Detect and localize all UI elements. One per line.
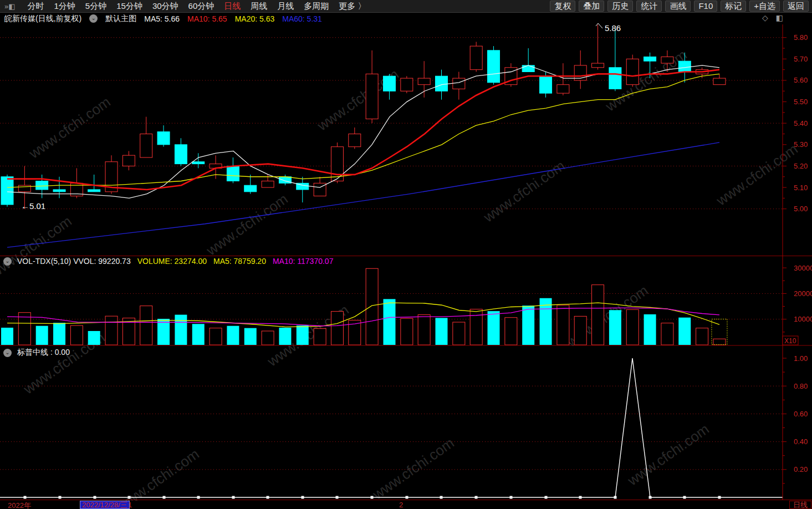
volume-bar[interactable] bbox=[488, 311, 500, 345]
candle-body[interactable] bbox=[540, 76, 552, 93]
indicator-marker bbox=[406, 496, 408, 499]
candle-body[interactable] bbox=[609, 68, 621, 89]
volume-header-value: MA10: 117370.07 bbox=[273, 257, 334, 266]
volume-bar[interactable] bbox=[401, 318, 413, 345]
volume-bar[interactable] bbox=[626, 309, 639, 345]
candle-body[interactable] bbox=[1, 177, 13, 205]
candle-body[interactable] bbox=[713, 78, 726, 85]
chevron-down-icon[interactable]: ⌄ bbox=[3, 257, 12, 266]
volume-bar[interactable] bbox=[678, 318, 691, 345]
volume-bar[interactable] bbox=[383, 299, 395, 345]
volume-bar[interactable] bbox=[36, 326, 48, 345]
candle-body[interactable] bbox=[557, 85, 569, 93]
volume-bar[interactable] bbox=[88, 331, 100, 345]
candle-body[interactable] bbox=[470, 46, 482, 69]
indicator-marker bbox=[371, 496, 374, 499]
candle-body[interactable] bbox=[592, 63, 604, 68]
candle-body[interactable] bbox=[262, 181, 274, 187]
candle-body[interactable] bbox=[175, 145, 187, 164]
candle-body[interactable] bbox=[488, 50, 500, 83]
candle-body[interactable] bbox=[644, 57, 656, 61]
candle-body[interactable] bbox=[383, 76, 395, 91]
volume-bar[interactable] bbox=[574, 316, 586, 345]
indicator-marker bbox=[718, 496, 721, 499]
volume-bar[interactable] bbox=[418, 315, 430, 345]
volume-bar[interactable] bbox=[279, 328, 291, 345]
volume-bar[interactable] bbox=[244, 328, 257, 345]
candle-body[interactable] bbox=[122, 155, 135, 166]
volume-bar[interactable] bbox=[210, 328, 222, 345]
candle-body[interactable] bbox=[418, 78, 430, 85]
candle-body[interactable] bbox=[436, 76, 448, 91]
indicator-marker bbox=[163, 496, 166, 499]
volume-bar[interactable] bbox=[696, 328, 708, 345]
volume-bar[interactable] bbox=[644, 314, 656, 345]
indicator-marker bbox=[614, 496, 617, 499]
indicator-marker bbox=[267, 496, 269, 499]
candle-body[interactable] bbox=[157, 132, 170, 145]
volume-bar[interactable] bbox=[175, 315, 187, 345]
volume-axis-label: 20000 bbox=[794, 289, 812, 298]
price-annotation: 5.86 bbox=[605, 23, 621, 33]
volume-bar[interactable] bbox=[314, 329, 326, 345]
indicator-marker bbox=[510, 496, 513, 499]
volume-bar[interactable] bbox=[557, 305, 569, 345]
indicator-pane-header: ⌄ 标普中线 : 0.00 bbox=[3, 348, 70, 358]
volume-bar[interactable] bbox=[105, 316, 118, 345]
volume-axis-label: 30000 bbox=[794, 264, 812, 272]
indicator-axis-label: 0.40 bbox=[794, 437, 808, 446]
price-axis-label: 5.30 bbox=[794, 140, 808, 149]
volume-bar[interactable] bbox=[470, 309, 482, 345]
indicator-marker bbox=[128, 496, 131, 499]
candle-body[interactable] bbox=[227, 166, 239, 181]
indicator-axis-label: 1.00 bbox=[794, 354, 808, 363]
candle-body[interactable] bbox=[661, 57, 673, 63]
candle-body[interactable] bbox=[349, 134, 361, 147]
indicator-axis-label: 0.20 bbox=[794, 465, 808, 474]
price-annotation: ←5.01 bbox=[21, 201, 45, 211]
indicator-marker bbox=[24, 496, 27, 499]
indicator-axis-label: 0.80 bbox=[794, 382, 808, 390]
candle-body[interactable] bbox=[453, 78, 465, 89]
indicator-axis-label: 0.60 bbox=[794, 410, 808, 418]
volume-bar[interactable] bbox=[366, 268, 378, 345]
volume-bar[interactable] bbox=[192, 324, 205, 345]
indicator-marker bbox=[440, 496, 443, 499]
candle-body[interactable] bbox=[522, 65, 534, 72]
candle-body[interactable] bbox=[401, 78, 413, 91]
candle-body[interactable] bbox=[678, 61, 691, 72]
volume-bar[interactable] bbox=[140, 306, 152, 345]
candle-body[interactable] bbox=[36, 181, 48, 189]
volume-bar[interactable] bbox=[436, 318, 448, 345]
volume-bar[interactable] bbox=[522, 306, 534, 345]
volume-bar[interactable] bbox=[262, 331, 274, 345]
volume-header-value: VOLUME: 23274.00 bbox=[137, 257, 207, 266]
candle-body[interactable] bbox=[244, 185, 257, 192]
candle-body[interactable] bbox=[53, 190, 65, 192]
candle-body[interactable] bbox=[366, 74, 378, 119]
volume-bar[interactable] bbox=[713, 339, 726, 345]
volume-bar[interactable] bbox=[592, 285, 604, 345]
volume-bar[interactable] bbox=[53, 323, 65, 345]
period-label[interactable]: 日线 bbox=[789, 501, 811, 509]
volume-bar[interactable] bbox=[331, 312, 343, 345]
indicator-marker bbox=[579, 496, 582, 499]
volume-bar[interactable] bbox=[661, 323, 673, 345]
volume-bar[interactable] bbox=[609, 310, 621, 345]
candle-body[interactable] bbox=[140, 134, 152, 157]
chart-canvas[interactable]: 5.86←5.015.805.705.605.505.405.305.205.1… bbox=[0, 0, 812, 509]
candle-body[interactable] bbox=[88, 190, 100, 192]
price-axis-label: 5.60 bbox=[794, 76, 808, 84]
volume-bar[interactable] bbox=[70, 325, 83, 345]
candle-body[interactable] bbox=[192, 162, 205, 164]
volume-bar[interactable] bbox=[453, 322, 465, 345]
volume-bar[interactable] bbox=[227, 326, 239, 345]
volume-bar[interactable] bbox=[505, 318, 517, 345]
volume-bar[interactable] bbox=[1, 328, 13, 345]
candle-body[interactable] bbox=[626, 59, 639, 84]
month-label-2: 2 bbox=[399, 501, 403, 509]
volume-bar[interactable] bbox=[297, 325, 309, 345]
volume-bar[interactable] bbox=[157, 319, 170, 345]
chevron-down-icon[interactable]: ⌄ bbox=[3, 349, 12, 357]
price-axis-label: 5.70 bbox=[794, 55, 808, 63]
